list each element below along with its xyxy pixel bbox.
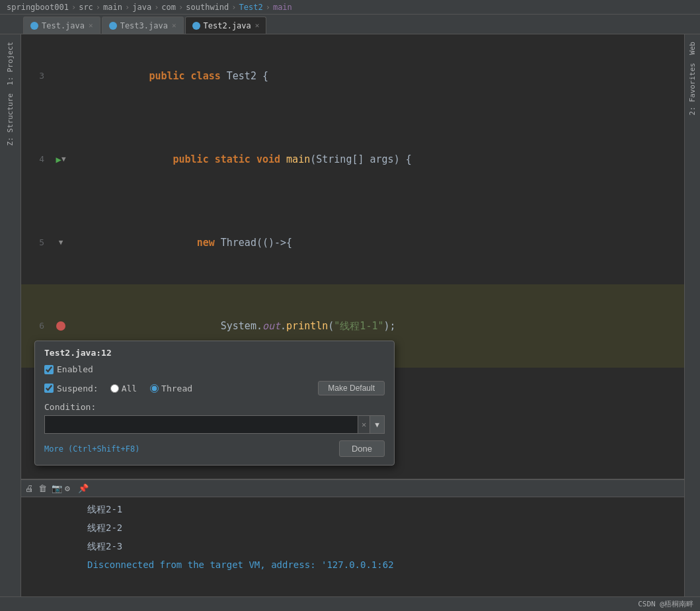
thread-radio-wrapper: Thread (150, 384, 198, 393)
enabled-label: Enabled (57, 364, 93, 374)
tab-test3-close[interactable]: ✕ (172, 21, 176, 30)
tab-test2-java[interactable]: Test2.java ✕ (185, 17, 267, 34)
gutter-4: ▶ ▼ (51, 145, 71, 173)
main-layout: 1: Project Z: Structure 3 public class T… (0, 34, 700, 611)
make-default-button[interactable]: Make Default (318, 381, 385, 395)
popup-suspend-row: Suspend: All Thread Make Default (44, 381, 385, 395)
breadcrumb-test2[interactable]: Test2 (239, 3, 263, 12)
console-line-3: 线程2-3 (87, 537, 679, 555)
breadcrumb-com[interactable]: com (161, 3, 176, 12)
popup-title: Test2.java:12 (44, 348, 385, 358)
right-sidebar: Web 2: Favorites (684, 34, 700, 611)
suspend-checkbox[interactable] (44, 384, 54, 393)
all-radio-wrapper: All (110, 384, 142, 393)
breadcrumb-project[interactable]: springboot001 (7, 3, 69, 12)
condition-clear-button[interactable]: ✕ (358, 415, 370, 434)
all-label: All (122, 384, 137, 393)
console-content: 线程2-1 线程2-2 线程2-3 Disconnected from the … (21, 497, 684, 577)
condition-input[interactable] (44, 415, 358, 434)
breadcrumb-southwind[interactable]: southwind (186, 3, 229, 12)
line-num-4: 4 (21, 145, 51, 173)
settings-icon[interactable]: ⚙ (65, 483, 75, 494)
breakpoint-popup: Test2.java:12 Enabled Suspend: (34, 341, 395, 466)
enabled-checkbox-wrapper: Enabled (44, 364, 98, 374)
tab-test-label: Test.java (42, 21, 85, 30)
console-area: 🖨 🗑 📷 ⚙ 📌 线程2-1 线程2-2 线程2-3 Disconnected… (21, 479, 684, 611)
gutter-6 (51, 321, 71, 331)
watermark-bar: CSDN @梧桐南畔 (0, 596, 700, 611)
enabled-checkbox[interactable] (44, 365, 54, 374)
watermark-text: CSDN @梧桐南畔 (638, 599, 693, 609)
sidebar-item-project[interactable]: 1: Project (5, 38, 16, 89)
console-toolbar: 🖨 🗑 📷 ⚙ 📌 (21, 480, 684, 497)
all-radio[interactable] (110, 384, 119, 393)
code-editor[interactable]: 3 public class Test2 { 4 ▶ ▼ public stat… (21, 34, 684, 479)
breadcrumb-java[interactable]: java (132, 3, 151, 12)
line-num-3: 3 (21, 62, 51, 90)
delete-icon[interactable]: 🗑 (38, 483, 49, 494)
condition-dropdown-button[interactable]: ▼ (370, 415, 385, 434)
sidebar-web[interactable]: Web (687, 38, 698, 59)
run-arrow-4[interactable]: ▶ (56, 145, 61, 173)
tab-test-close[interactable]: ✕ (89, 21, 93, 30)
code-line-5: 5 ▼ new Thread(()->{ (21, 201, 684, 284)
editor-split: 3 public class Test2 { 4 ▶ ▼ public stat… (21, 34, 684, 611)
tab-test3-label: Test3.java (120, 21, 168, 30)
tab-test-java[interactable]: Test.java ✕ (23, 17, 100, 34)
collapse-4[interactable]: ▼ (61, 145, 66, 173)
sidebar-favorites[interactable]: 2: Favorites (687, 59, 698, 119)
tab-test2-label: Test2.java (204, 21, 251, 30)
breadcrumb-bar: springboot001 › src › main › java › com … (0, 0, 700, 15)
tab-icon-test2 (192, 22, 200, 30)
code-content-5: new Thread(()->{ (71, 201, 684, 284)
done-button[interactable]: Done (339, 440, 385, 457)
print-icon[interactable]: 🖨 (25, 483, 36, 494)
line-num-5: 5 (21, 229, 51, 257)
line-num-6: 6 (21, 312, 51, 340)
code-line-3: 3 public class Test2 { (21, 34, 684, 118)
gutter-5: ▼ (51, 229, 71, 257)
condition-label: Condition: (44, 402, 385, 412)
tab-bar: Test.java ✕ Test3.java ✕ Test2.java ✕ (0, 15, 700, 34)
breadcrumb-src[interactable]: src (79, 3, 93, 12)
tab-test3-java[interactable]: Test3.java ✕ (102, 17, 184, 34)
console-line-2: 线程2-2 (87, 518, 679, 537)
popup-enabled-row: Enabled (44, 364, 385, 374)
condition-input-row: ✕ ▼ (44, 415, 385, 434)
console-line-4: Disconnected from the target VM, address… (87, 555, 679, 574)
sidebar-item-structure[interactable]: Z: Structure (5, 89, 16, 149)
code-line-4: 4 ▶ ▼ public static void main(String[] a… (21, 118, 684, 201)
suspend-checkbox-wrapper: Suspend: (44, 384, 104, 393)
breakpoint-6[interactable] (56, 321, 65, 331)
breadcrumb-main[interactable]: main (103, 3, 122, 12)
popup-footer: More (Ctrl+Shift+F8) Done (44, 440, 385, 457)
code-content-4: public static void main(String[] args) { (71, 118, 684, 201)
code-content-3: public class Test2 { (71, 34, 684, 118)
tab-icon-test3 (109, 22, 117, 30)
breadcrumb-method[interactable]: main (273, 3, 292, 12)
camera-icon[interactable]: 📷 (52, 483, 62, 494)
pin-icon[interactable]: 📌 (78, 483, 89, 494)
thread-label: Thread (161, 384, 192, 393)
tab-icon-test (30, 22, 38, 30)
console-line-1: 线程2-1 (87, 500, 679, 518)
more-link[interactable]: More (Ctrl+Shift+F8) (44, 444, 140, 454)
left-sidebar: 1: Project Z: Structure (0, 34, 21, 611)
thread-radio[interactable] (150, 384, 159, 393)
suspend-label: Suspend: (57, 384, 98, 393)
collapse-5[interactable]: ▼ (59, 229, 63, 257)
tab-test2-close[interactable]: ✕ (255, 21, 260, 30)
